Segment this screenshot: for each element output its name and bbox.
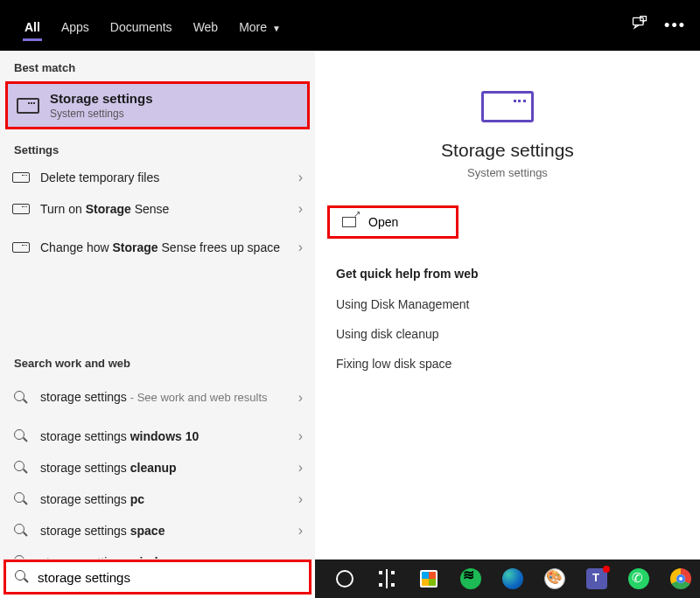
more-options-icon[interactable]: •••	[664, 17, 686, 35]
item-label: Change how Storage Sense frees up space	[40, 240, 291, 255]
chevron-right-icon: ›	[298, 460, 303, 476]
best-match-title: Storage settings	[50, 91, 153, 106]
chevron-right-icon: ›	[298, 491, 303, 507]
teams-icon[interactable]	[584, 567, 609, 591]
storage-detail-icon	[481, 91, 534, 122]
search-icon	[14, 461, 28, 475]
search-box[interactable]	[4, 560, 312, 595]
settings-list: Delete temporary files›Turn on Storage S…	[0, 162, 315, 346]
item-label: Turn on Storage Sense	[40, 201, 291, 217]
web-suggest-item[interactable]: storage settings cleanup›	[0, 452, 315, 483]
best-match-subtitle: System settings	[50, 108, 153, 120]
feedback-icon[interactable]	[631, 15, 648, 36]
detail-subtitle: System settings	[315, 166, 700, 179]
tab-apps[interactable]: Apps	[51, 11, 100, 39]
search-icon	[14, 524, 28, 538]
edge-icon[interactable]	[500, 567, 525, 591]
settings-item[interactable]: Turn on Storage Sense›	[0, 193, 315, 225]
drive-icon	[12, 204, 30, 214]
detail-pane: Storage settings System settings Open Ge…	[315, 51, 700, 559]
web-suggest-item[interactable]: storage settings windows 10›	[0, 421, 315, 452]
help-header: Get quick help from web	[315, 263, 700, 289]
drive-icon	[12, 242, 30, 253]
help-link[interactable]: Using Disk Management	[315, 289, 700, 319]
search-icon	[14, 391, 28, 405]
svg-rect-0	[634, 17, 644, 24]
search-icon	[14, 555, 28, 559]
paint-icon[interactable]	[542, 567, 567, 591]
search-icon	[14, 429, 28, 443]
section-web: Search work and web	[0, 346, 315, 375]
search-tabs: All Apps Documents Web More▼ •••	[0, 0, 700, 51]
search-icon	[14, 492, 28, 506]
search-input[interactable]	[38, 570, 300, 585]
chevron-right-icon: ›	[298, 170, 303, 185]
item-label: storage settings cleanup	[40, 460, 291, 476]
search-icon	[15, 570, 29, 584]
taskbar	[315, 560, 700, 598]
item-label: storage settings windows 10	[40, 428, 291, 444]
tab-web[interactable]: Web	[183, 11, 229, 39]
best-match-item[interactable]: Storage settings System settings	[5, 81, 310, 129]
tab-more[interactable]: More▼	[228, 11, 291, 39]
chevron-right-icon: ›	[298, 390, 303, 406]
task-view-icon[interactable]	[374, 567, 399, 591]
drive-icon	[12, 172, 30, 183]
chevron-right-icon: ›	[298, 523, 303, 539]
item-label: Delete temporary files	[40, 170, 291, 185]
section-settings: Settings	[0, 133, 315, 162]
web-suggest-item[interactable]: storage settings windows›	[0, 546, 315, 559]
open-icon	[342, 217, 356, 227]
item-label: storage settings windows	[40, 554, 291, 559]
open-label: Open	[368, 215, 398, 229]
web-suggest-item[interactable]: storage settings space›	[0, 515, 315, 546]
web-list: storage settings - See work and web resu…	[0, 375, 315, 560]
detail-title: Storage settings	[315, 140, 700, 161]
item-label: storage settings space	[40, 523, 291, 539]
settings-item[interactable]: Delete temporary files›	[0, 162, 315, 193]
item-label: storage settings pc	[40, 491, 291, 507]
whatsapp-icon[interactable]	[626, 567, 651, 591]
section-best-match: Best match	[0, 51, 315, 80]
settings-item[interactable]: Change how Storage Sense frees up space›	[0, 225, 315, 270]
chevron-right-icon: ›	[298, 428, 303, 444]
store-icon[interactable]	[416, 567, 441, 591]
item-label: storage settings - See work and web resu…	[40, 389, 291, 406]
web-suggest-item[interactable]: storage settings pc›	[0, 483, 315, 515]
chevron-right-icon: ›	[298, 554, 303, 559]
web-suggest-item[interactable]: storage settings - See work and web resu…	[0, 375, 315, 421]
chevron-right-icon: ›	[298, 240, 303, 255]
results-pane: Best match Storage settings System setti…	[0, 51, 315, 559]
help-link[interactable]: Using disk cleanup	[315, 319, 700, 349]
tab-documents[interactable]: Documents	[100, 11, 183, 39]
chrome-icon[interactable]	[668, 567, 693, 591]
open-button[interactable]: Open	[327, 205, 458, 239]
chevron-right-icon: ›	[298, 201, 303, 217]
help-link[interactable]: Fixing low disk space	[315, 349, 700, 379]
tab-all[interactable]: All	[14, 11, 51, 39]
cortana-icon[interactable]	[332, 567, 357, 591]
chevron-down-icon: ▼	[272, 24, 281, 33]
spotify-icon[interactable]	[458, 567, 483, 591]
storage-icon	[17, 98, 39, 114]
